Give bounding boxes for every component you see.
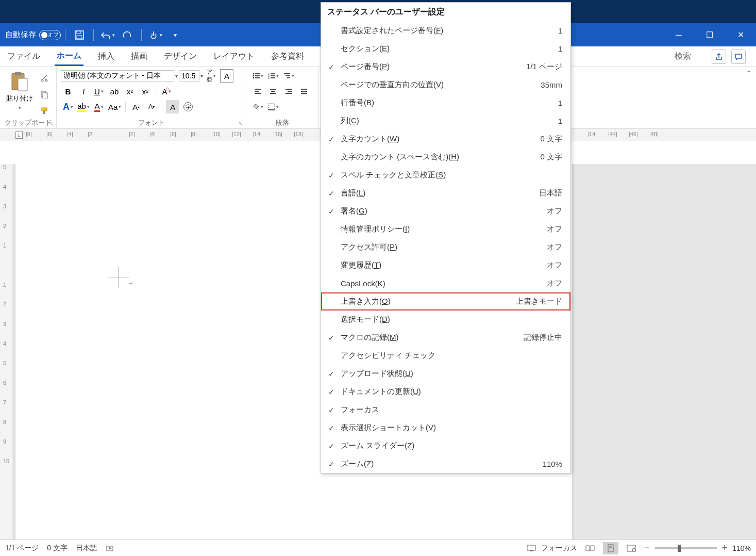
redo-icon[interactable] xyxy=(120,27,135,43)
toggle-switch[interactable]: オフ xyxy=(39,30,61,40)
statusbar-option-21[interactable]: ✓フォーカス xyxy=(321,401,570,419)
collapse-ribbon-icon[interactable]: ⌃ xyxy=(746,69,752,77)
multilevel-list-icon[interactable] xyxy=(282,69,295,83)
zoom-out-button[interactable]: − xyxy=(644,543,650,553)
vertical-ruler[interactable]: 5432112345678910 xyxy=(0,164,12,539)
align-center-icon[interactable] xyxy=(266,85,280,98)
shrink-font-icon[interactable]: A▾ xyxy=(145,100,158,113)
status-page[interactable]: 1/1 ページ xyxy=(5,544,39,553)
font-size-select[interactable] xyxy=(179,70,199,81)
tab-layout[interactable]: レイアウト xyxy=(211,48,257,65)
borders-icon[interactable] xyxy=(266,100,280,113)
option-value: オフ xyxy=(547,224,566,234)
align-right-icon[interactable] xyxy=(282,85,295,98)
highlight-color-icon[interactable]: ab xyxy=(77,100,90,113)
macro-record-icon[interactable] xyxy=(106,544,114,552)
tab-references[interactable]: 参考資料 xyxy=(269,48,306,65)
status-word-count[interactable]: 0 文字 xyxy=(47,544,68,553)
subscript-button[interactable]: x2 xyxy=(123,85,137,98)
web-layout-icon[interactable] xyxy=(624,542,639,554)
superscript-button[interactable]: x2 xyxy=(139,85,152,98)
statusbar-option-7[interactable]: 文字のカウント (スペース含む)(H)0 文字 xyxy=(321,148,570,166)
zoom-slider[interactable] xyxy=(655,547,717,549)
share-button[interactable] xyxy=(712,50,726,64)
statusbar-option-3[interactable]: ページでの垂直方向の位置(V)35mm xyxy=(321,76,570,94)
read-mode-icon[interactable] xyxy=(582,542,598,554)
underline-button[interactable]: U xyxy=(92,85,106,98)
search-box[interactable]: 検索 xyxy=(675,50,756,64)
numbering-icon[interactable]: 123 xyxy=(266,69,280,83)
justify-icon[interactable] xyxy=(297,85,311,98)
text-effects-icon[interactable]: A xyxy=(61,100,75,113)
display-settings-icon[interactable] xyxy=(527,544,536,552)
tab-file[interactable]: ファイル xyxy=(5,48,42,65)
minimize-button[interactable]: ─ xyxy=(663,23,694,46)
character-border-icon[interactable]: A xyxy=(220,69,233,83)
close-button[interactable]: ✕ xyxy=(725,23,756,46)
statusbar-option-13[interactable]: 変更履歴(T)オフ xyxy=(321,256,570,274)
font-color-icon[interactable]: A xyxy=(92,100,106,113)
statusbar-option-20[interactable]: ✓ドキュメントの更新(U) xyxy=(321,383,570,401)
character-shading-icon[interactable]: A xyxy=(166,100,179,113)
undo-icon[interactable]: ▾ xyxy=(100,27,115,43)
statusbar-option-22[interactable]: ✓表示選択ショートカット(V) xyxy=(321,419,570,437)
change-case-icon[interactable]: Aa xyxy=(108,100,122,113)
status-language[interactable]: 日本語 xyxy=(76,544,97,553)
font-dialog-launcher[interactable]: ⤡ xyxy=(239,121,243,126)
font-name-select[interactable] xyxy=(61,70,174,81)
zoom-slider-thumb[interactable] xyxy=(678,545,681,552)
touch-mode-icon[interactable]: ▾ xyxy=(148,27,163,43)
zoom-in-button[interactable]: + xyxy=(722,543,728,553)
statusbar-option-18[interactable]: アクセシビリティ チェック xyxy=(321,347,570,365)
statusbar-option-24[interactable]: ✓ズーム(Z)110% xyxy=(321,455,570,473)
status-bar[interactable]: 1/1 ページ 0 文字 日本語 フォーカス − + 110% xyxy=(0,539,756,556)
tab-design[interactable]: デザイン xyxy=(162,48,199,65)
statusbar-option-10[interactable]: ✓署名(G)オフ xyxy=(321,202,570,220)
comments-button[interactable] xyxy=(731,50,746,64)
print-layout-icon[interactable] xyxy=(603,542,618,554)
cut-icon[interactable] xyxy=(38,71,51,85)
statusbar-option-14[interactable]: CapsLock(K)オフ xyxy=(321,274,570,292)
font-group-label: フォント xyxy=(57,118,246,127)
status-focus[interactable]: フォーカス xyxy=(541,544,577,553)
statusbar-option-9[interactable]: ✓言語(L)日本語 xyxy=(321,184,570,202)
tab-insert[interactable]: 挿入 xyxy=(96,48,116,65)
shading-icon[interactable] xyxy=(251,100,264,113)
grow-font-icon[interactable]: A▴ xyxy=(129,100,143,113)
tab-selector[interactable]: L xyxy=(15,132,23,139)
paste-button[interactable]: 貼り付け ▾ xyxy=(4,69,35,118)
tab-draw[interactable]: 描画 xyxy=(129,48,149,65)
autosave-toggle[interactable]: 自動保存 オフ xyxy=(5,30,61,40)
statusbar-option-2[interactable]: ✓ページ番号(P)1/1 ページ xyxy=(321,58,570,76)
separator xyxy=(65,29,65,41)
copy-icon[interactable] xyxy=(38,88,51,101)
save-icon[interactable] xyxy=(72,27,87,43)
statusbar-option-19[interactable]: ✓アップロード状態(U) xyxy=(321,365,570,383)
phonetic-guide-icon[interactable]: ア亜 xyxy=(205,69,218,83)
statusbar-option-12[interactable]: アクセス許可(P)オフ xyxy=(321,238,570,256)
statusbar-option-15[interactable]: 上書き入力(O)上書きモード xyxy=(321,292,570,310)
bold-button[interactable]: B xyxy=(61,85,75,98)
enclose-characters-icon[interactable]: 字 xyxy=(181,100,195,113)
statusbar-option-8[interactable]: ✓スペル チェックと文章校正(S) xyxy=(321,166,570,184)
clear-formatting-icon[interactable]: A◇ xyxy=(160,85,173,98)
statusbar-option-6[interactable]: ✓文字カウント(W)0 文字 xyxy=(321,130,570,148)
tab-home[interactable]: ホーム xyxy=(55,47,83,66)
bullets-icon[interactable] xyxy=(251,69,264,83)
strikethrough-button[interactable]: ab xyxy=(108,85,121,98)
align-left-icon[interactable] xyxy=(251,85,264,98)
maximize-button[interactable]: ☐ xyxy=(694,23,725,46)
statusbar-option-1[interactable]: セクション(E)1 xyxy=(321,40,570,58)
statusbar-option-0[interactable]: 書式設定されたページ番号(F)1 xyxy=(321,22,570,40)
statusbar-option-17[interactable]: ✓マクロの記録(M)記録停止中 xyxy=(321,329,570,347)
statusbar-option-16[interactable]: 選択モード(D) xyxy=(321,310,570,329)
zoom-level[interactable]: 110% xyxy=(732,544,751,552)
qat-customize-icon[interactable]: ▾ xyxy=(167,27,183,43)
statusbar-option-11[interactable]: 情報管理ポリシー(I)オフ xyxy=(321,220,570,238)
italic-button[interactable]: I xyxy=(77,85,90,98)
statusbar-option-4[interactable]: 行番号(B)1 xyxy=(321,94,570,112)
statusbar-option-5[interactable]: 列(C)1 xyxy=(321,112,570,130)
format-painter-icon[interactable] xyxy=(38,104,51,118)
clipboard-dialog-launcher[interactable]: ⤡ xyxy=(49,121,53,126)
statusbar-option-23[interactable]: ✓ズーム スライダー(Z) xyxy=(321,437,570,455)
